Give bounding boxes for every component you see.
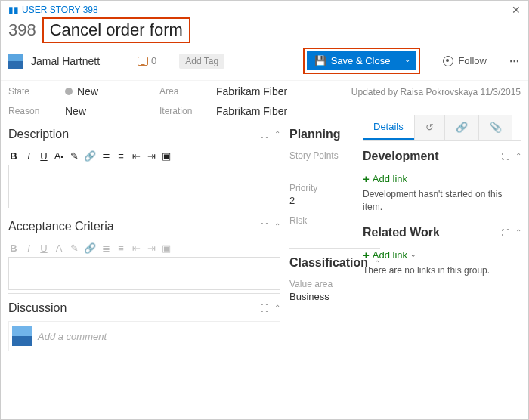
number-list-button[interactable]: ≡ (116, 150, 126, 162)
workitem-id: 398 (8, 20, 36, 40)
state-label: State (8, 86, 50, 97)
related-note: There are no links in this group. (363, 264, 521, 277)
underline-button[interactable]: U (39, 242, 49, 254)
acceptance-toolbar: B I U A ✎ 🔗 ≣ ≡ ⇤ ⇥ ▣ (8, 239, 280, 257)
chevron-up-icon[interactable]: ⌃ (274, 304, 280, 313)
outdent-button[interactable]: ⇤ (131, 150, 141, 162)
save-icon: 💾 (314, 55, 326, 66)
indent-button[interactable]: ⇥ (146, 242, 156, 254)
state-value[interactable]: New (65, 85, 98, 97)
reason-label: Reason (8, 106, 50, 116)
title-input[interactable]: Cancel order form (42, 17, 190, 43)
description-toolbar: B I U A▪ ✎ 🔗 ≣ ≡ ⇤ ⇥ ▣ (8, 147, 280, 165)
iteration-value[interactable]: Fabrikam Fiber (216, 105, 287, 117)
link-icon: 🔗 (456, 122, 468, 133)
font-color-button[interactable]: A (54, 242, 64, 254)
link-button[interactable]: 🔗 (84, 242, 96, 254)
clear-format-button[interactable]: ✎ (69, 242, 79, 254)
breadcrumb-label: USER STORY 398 (22, 5, 98, 15)
italic-button[interactable]: I (23, 242, 34, 254)
tab-attachments[interactable]: 📎 (478, 115, 512, 140)
tab-details[interactable]: Details (363, 115, 414, 140)
expand-icon[interactable]: ⛶ (260, 304, 268, 313)
development-header: Development (363, 150, 438, 163)
reason-value[interactable]: New (65, 105, 86, 117)
add-tag-button[interactable]: Add Tag (179, 54, 224, 69)
indent-button[interactable]: ⇥ (146, 150, 156, 162)
planning-header: Planning (289, 128, 341, 141)
save-close-group: 💾 Save & Close ⌄ (303, 48, 421, 74)
description-header: Description (8, 128, 69, 141)
expand-icon[interactable]: ⛶ (260, 222, 268, 231)
expand-icon[interactable]: ⛶ (260, 130, 268, 139)
area-label: Area (159, 86, 201, 97)
value-area-value[interactable]: Business (289, 291, 380, 308)
assignee-name[interactable]: Jamal Hartnett (31, 55, 100, 67)
underline-button[interactable]: U (39, 150, 49, 162)
chevron-up-icon[interactable]: ⌃ (515, 152, 521, 161)
follow-button[interactable]: Follow (443, 55, 487, 66)
avatar (12, 326, 32, 346)
related-add-link[interactable]: + Add link ⌄ (363, 246, 521, 264)
iteration-label: Iteration (159, 106, 201, 116)
plus-icon: + (363, 172, 370, 185)
plus-icon: + (363, 249, 370, 261)
outdent-button[interactable]: ⇤ (131, 242, 141, 254)
save-close-button[interactable]: 💾 Save & Close (307, 51, 398, 70)
avatar (8, 54, 23, 69)
clear-format-button[interactable]: ✎ (69, 150, 79, 162)
bullet-list-button[interactable]: ≣ (101, 242, 111, 254)
breadcrumb[interactable]: ▮▮ USER STORY 398 (8, 5, 98, 15)
state-dot-icon (65, 88, 73, 95)
history-icon: ↺ (425, 122, 434, 133)
expand-icon[interactable]: ⛶ (501, 152, 509, 161)
description-editor[interactable] (8, 165, 280, 208)
chevron-down-icon: ⌄ (410, 251, 416, 258)
italic-button[interactable]: I (23, 150, 34, 162)
expand-icon[interactable]: ⛶ (501, 228, 509, 237)
attachment-icon: 📎 (490, 122, 502, 133)
classification-header: Classification (289, 256, 368, 270)
font-color-button[interactable]: A▪ (54, 150, 64, 162)
chevron-up-icon[interactable]: ⌃ (274, 222, 280, 231)
close-icon[interactable]: ✕ (512, 4, 521, 16)
number-list-button[interactable]: ≡ (116, 242, 126, 254)
development-add-link[interactable]: + Add link (363, 169, 521, 188)
image-button[interactable]: ▣ (161, 150, 172, 162)
chevron-up-icon[interactable]: ⌃ (274, 130, 280, 139)
bullet-list-button[interactable]: ≣ (101, 150, 111, 162)
eye-icon (443, 56, 453, 66)
bold-button[interactable]: B (8, 242, 19, 254)
tab-history[interactable]: ↺ (414, 115, 444, 140)
comments-count[interactable]: 0 (138, 55, 156, 66)
save-dropdown-button[interactable]: ⌄ (398, 51, 416, 70)
value-area-label: Value area (289, 276, 380, 291)
area-value[interactable]: Fabrikam Fiber (216, 85, 287, 97)
acceptance-editor[interactable] (8, 257, 280, 290)
discussion-header: Discussion (8, 301, 67, 315)
chevron-up-icon[interactable]: ⌃ (515, 228, 521, 237)
book-icon: ▮▮ (8, 5, 19, 15)
related-work-header: Related Work (363, 226, 440, 239)
development-note: Development hasn't started on this item. (363, 188, 521, 214)
discussion-input[interactable]: Add a comment (38, 331, 107, 342)
tab-links[interactable]: 🔗 (444, 115, 478, 140)
comment-icon (138, 57, 148, 66)
image-button[interactable]: ▣ (161, 242, 172, 254)
bold-button[interactable]: B (8, 150, 19, 162)
acceptance-header: Acceptance Criteria (8, 220, 114, 233)
more-actions-button[interactable]: ⋯ (509, 55, 521, 66)
link-button[interactable]: 🔗 (84, 150, 96, 162)
